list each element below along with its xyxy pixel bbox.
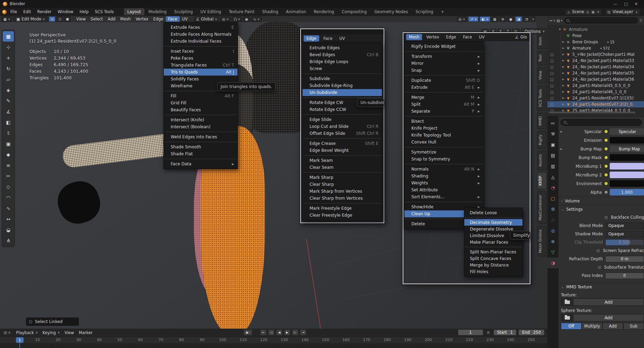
menu-item-extrude-individual-faces[interactable]: Extrude Individual Faces: [164, 38, 238, 45]
menu-item-face-data[interactable]: Face Data▶: [164, 160, 238, 167]
outliner-row-5-no-jacket-choker-part1-mat[interactable]: ▢▶▼5_+No Jacket|Choker.part1-Mat: [547, 51, 644, 58]
properties-tab-material[interactable]: ◑: [547, 258, 558, 268]
menu-item-rigify-encode-widget[interactable]: Rigify Encode Widget: [404, 43, 483, 50]
jump-to-end-button[interactable]: ⇥: [300, 329, 306, 336]
menu-item-edge-slide[interactable]: Edge Slide: [303, 116, 382, 123]
timeline-editor-type-button[interactable]: ◷ ∨: [2, 330, 12, 336]
menu-item-bridge-edge-loops[interactable]: Bridge Edge Loops: [303, 58, 382, 65]
clock-icon[interactable]: ◷: [485, 329, 492, 336]
tool-poly-build[interactable]: ◇: [3, 182, 14, 192]
sidebar-tab-item[interactable]: Item: [537, 33, 547, 49]
property-field-microbump-1[interactable]: [610, 163, 644, 169]
texture-open-button[interactable]: [561, 298, 573, 306]
menu-item-transform[interactable]: Transform▶: [404, 53, 483, 60]
menu-item-extrude-faces-along-normals[interactable]: Extrude Faces Along Normals: [164, 31, 238, 38]
workspace-tab-geometry-nodes[interactable]: Geometry Nodes: [371, 8, 411, 15]
sidebar-tab-view[interactable]: View: [537, 67, 547, 83]
properties-filter-icon[interactable]: ≔: [547, 118, 558, 129]
menu-item-extrude[interactable]: ExtrudeAlt E▶: [404, 84, 483, 91]
outliner-row-24-part1-material45-0-5-0-0[interactable]: ▢▶▼24_part1-Material45_0.5_0_0: [547, 82, 644, 89]
header-menu-uv[interactable]: UV: [180, 16, 190, 22]
menu-item-mark-seam[interactable]: Mark Seam: [303, 157, 382, 164]
menu-item-separate[interactable]: SeparateP▶: [404, 108, 483, 115]
current-frame-field[interactable]: 1: [458, 329, 483, 336]
menu-item-mark-freestyle-edge[interactable]: Mark Freestyle Edge: [303, 205, 382, 212]
filter-collection-icon[interactable]: ▤∨: [557, 19, 563, 23]
sidebar-tab-scs-tools[interactable]: SCS Tools: [537, 86, 547, 111]
menu-item-rotate-edge-ccw[interactable]: Rotate Edge CCW: [303, 106, 382, 113]
menu-item-bevel-edges[interactable]: Bevel EdgesCtrl B: [303, 51, 382, 58]
sidebar-tab-rigify[interactable]: Rigify: [537, 131, 547, 149]
menu-item-split-concave-faces[interactable]: Split Concave Faces: [464, 255, 522, 262]
outliner-row-24-no-jacket-part1-material35[interactable]: ▢▶▼24_-No Jacket.part1-Material35: [547, 70, 644, 76]
header-menu-select[interactable]: Select: [88, 16, 105, 22]
property-field-emission[interactable]: [610, 137, 644, 143]
maximize-button[interactable]: □: [624, 2, 627, 6]
menu-item-sort-elements[interactable]: Sort Elements...▶: [404, 193, 483, 200]
tool-cursor[interactable]: ⊹: [3, 42, 14, 52]
properties-search-input[interactable]: [561, 119, 642, 126]
tool-extrude-region[interactable]: ⇧: [3, 128, 14, 138]
outliner-row-bone-groups[interactable]: ▶✕Bone Groups•15: [547, 39, 644, 45]
menu-item-subdivide-edge-ring[interactable]: Subdivide Edge-Ring: [303, 82, 382, 89]
timeline-menu-keying[interactable]: Keying∨: [40, 330, 62, 336]
expand-right-icon[interactable]: ▶: [561, 41, 565, 43]
tool-rotate[interactable]: ↻: [3, 63, 14, 74]
settings-section-header[interactable]: ⌄Settings: [558, 205, 644, 213]
sidebar-tab-tool[interactable]: Tool: [537, 51, 547, 65]
expand-right-icon[interactable]: ▶: [559, 148, 564, 150]
header-menu-mesh[interactable]: Mesh: [118, 16, 133, 22]
shading-rendered-button[interactable]: ◔: [523, 16, 530, 22]
timeline-menu-playback[interactable]: Playback∨: [14, 330, 40, 336]
tool-spin[interactable]: ◠: [3, 192, 14, 203]
menu-item-solidify-faces[interactable]: Solidify Faces: [164, 76, 238, 82]
tool-annotate[interactable]: ✎: [3, 96, 14, 106]
menu-item-triangulate-faces[interactable]: Triangulate FacesCtrl T: [164, 62, 238, 69]
next-keyframe-button[interactable]: ▷: [292, 329, 298, 336]
menu-item-decimate-geometry[interactable]: Decimate Geometry: [464, 219, 522, 226]
header-menu-view[interactable]: View: [74, 16, 88, 22]
scene-selector[interactable]: ◬ Scene ◎ ▣ ✕: [565, 9, 602, 15]
sphere-texture-add-button[interactable]: Add: [573, 314, 644, 321]
play-reverse-button[interactable]: ◀: [276, 329, 283, 336]
tool-loop-cut[interactable]: ≡: [3, 160, 14, 171]
close-button[interactable]: ✕: [635, 2, 638, 6]
properties-tab-object[interactable]: ▢: [547, 193, 558, 204]
mode-dropdown[interactable]: ▣ Edit Mode ∨: [13, 16, 48, 22]
tool-edge-slide[interactable]: ↔: [3, 214, 14, 224]
tool-select-box[interactable]: ▦: [3, 31, 14, 42]
refraction-depth-field[interactable]: 0 m: [605, 256, 644, 262]
menubar-item-help[interactable]: Help: [77, 9, 92, 15]
volume-section-header[interactable]: ›Volume: [558, 197, 644, 205]
outliner-row-24-part1-residentevil7-2-2-0[interactable]: ▢▶▼24_part1-ResidentEvil7:2(2)_0.: [547, 101, 644, 107]
tool-rip-region[interactable]: ⋔: [3, 235, 14, 246]
menu-item-extrude-edges[interactable]: Extrude Edges: [303, 44, 382, 51]
timeline-menu-view[interactable]: View: [62, 330, 76, 336]
minimize-button[interactable]: —: [613, 2, 617, 6]
menu-item-set-attribute[interactable]: Set Attribute: [404, 186, 483, 193]
outliner-row-24-no-jacket-part1-material36[interactable]: ▢▶▼24_-No Jacket.part1-Material36: [547, 76, 644, 82]
outliner-row-armature[interactable]: ▼ΨArmature: [547, 26, 644, 33]
expand-right-icon[interactable]: ▶: [561, 59, 565, 62]
subsurface-translucency-checkbox[interactable]: [597, 265, 602, 270]
properties-tab-particles[interactable]: ∴: [547, 215, 558, 225]
menu-item-clear-seam[interactable]: Clear Seam: [303, 164, 382, 171]
expand-right-icon[interactable]: ▶: [561, 103, 565, 106]
workspace-tab-[interactable]: +: [437, 8, 448, 15]
property-field-specular[interactable]: Specular: [610, 128, 644, 135]
menu-item-mark-sharp[interactable]: Mark Sharp: [303, 174, 382, 181]
properties-tab-render[interactable]: ▣: [547, 139, 558, 150]
shading-wireframe-button[interactable]: ⊕: [499, 16, 506, 22]
unlink-icon[interactable]: ✕: [597, 10, 599, 14]
pass-index-field[interactable]: 0: [605, 272, 644, 279]
menu-item-weights[interactable]: Weights▶: [404, 180, 483, 186]
editor-type-button[interactable]: ▦ ∨: [1, 16, 12, 22]
outliner-row-24-part1-material46-1-0-0[interactable]: ▢▶▼24_part1-Material46_1_0_0: [547, 89, 644, 95]
property-field-bump-map[interactable]: Bump Map: [610, 146, 644, 152]
xray-toggle[interactable]: ▦: [491, 16, 498, 22]
menu-item-edge-crease[interactable]: Edge CreaseShift E: [303, 140, 382, 147]
properties-tab-world[interactable]: ◔: [547, 182, 558, 193]
filter-funnel-icon[interactable]: ▽: [639, 19, 642, 23]
properties-tab-physics[interactable]: ◎: [547, 225, 558, 236]
menu-item-split[interactable]: SplitAlt M▶: [404, 101, 483, 108]
